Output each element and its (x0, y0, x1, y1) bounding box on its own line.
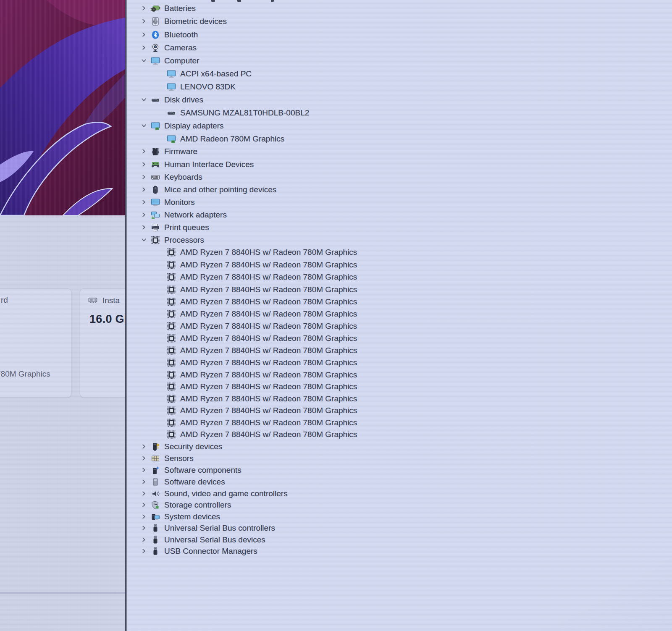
tree-item-amd-ryzen-7-8840hs-w-radeon-780m-graphics[interactable]: AMD Ryzen 7 8840HS w/ Radeon 780M Graphi… (126, 246, 672, 258)
tree-item-storage-controllers[interactable]: Storage controllers (126, 499, 672, 511)
disk-icon (166, 107, 177, 118)
cpu-icon (166, 417, 177, 428)
tree-item-amd-ryzen-7-8840hs-w-radeon-780m-graphics[interactable]: AMD Ryzen 7 8840HS w/ Radeon 780M Graphi… (126, 308, 672, 320)
tree-item-network-adapters[interactable]: Network adapters (126, 209, 672, 221)
chevron-right-icon[interactable] (139, 489, 148, 498)
tree-item-label: LENOVO 83DK (180, 82, 236, 92)
chevron-right-icon[interactable] (139, 160, 148, 169)
chevron-right-icon[interactable] (139, 210, 148, 220)
chevron-right-icon[interactable] (139, 43, 148, 52)
tree-item-label: AMD Ryzen 7 8840HS w/ Radeon 780M Graphi… (180, 382, 357, 391)
card-label-installed-ram: Insta (102, 296, 120, 305)
chevron-right-icon[interactable] (139, 4, 148, 13)
tree-item-amd-ryzen-7-8840hs-w-radeon-780m-graphics[interactable]: AMD Ryzen 7 8840HS w/ Radeon 780M Graphi… (126, 393, 672, 405)
cpu-icon (166, 309, 177, 319)
chevron-right-icon[interactable] (139, 535, 148, 545)
chevron-right-icon[interactable] (139, 466, 148, 475)
tree-item-mice-and-other-pointing-devices[interactable]: Mice and other pointing devices (126, 183, 672, 196)
tree-item-usb-connector-managers[interactable]: USB Connector Managers (126, 545, 672, 557)
cpu-icon (166, 393, 177, 404)
tree-item-label: Processors (164, 236, 204, 245)
tree-item-amd-ryzen-7-8840hs-w-radeon-780m-graphics[interactable]: AMD Ryzen 7 8840HS w/ Radeon 780M Graphi… (126, 283, 672, 296)
background-app-panel: rd 780M Graphics Insta 16.0 GB (0, 0, 125, 631)
chevron-right-icon[interactable] (139, 198, 148, 207)
chevron-down-icon[interactable] (139, 236, 148, 245)
display-adapter-icon (150, 120, 161, 131)
chevron-right-icon[interactable] (139, 442, 148, 451)
tree-item-label: Disk drives (164, 95, 203, 105)
chevron-right-icon[interactable] (139, 147, 148, 156)
cpu-icon (166, 357, 177, 368)
chevron-right-icon[interactable] (139, 524, 148, 533)
chevron-right-icon[interactable] (139, 454, 148, 463)
tree-item-keyboards[interactable]: Keyboards (126, 171, 672, 183)
tree-item-label: AMD Ryzen 7 8840HS w/ Radeon 780M Graphi… (180, 260, 357, 270)
sensors-icon (150, 453, 161, 464)
tree-item-label: AMD Ryzen 7 8840HS w/ Radeon 780M Graphi… (180, 272, 357, 282)
tree-item-software-components[interactable]: Software components (126, 464, 672, 476)
tree-item-amd-ryzen-7-8840hs-w-radeon-780m-graphics[interactable]: AMD Ryzen 7 8840HS w/ Radeon 780M Graphi… (126, 380, 672, 393)
chevron-down-icon[interactable] (139, 121, 148, 131)
tree-item-lenovo-83dk[interactable]: LENOVO 83DK (126, 81, 672, 93)
tree-item-amd-ryzen-7-8840hs-w-radeon-780m-graphics[interactable]: AMD Ryzen 7 8840HS w/ Radeon 780M Graphi… (126, 259, 672, 271)
chevron-right-icon[interactable] (139, 500, 148, 510)
info-card-graphics[interactable] (0, 288, 71, 398)
chevron-right-icon[interactable] (139, 30, 148, 39)
tree-item-computer[interactable]: Computer (126, 55, 672, 67)
computer-icon (166, 68, 177, 79)
tree-item-acpi-x64-based-pc[interactable]: ACPI x64-based PC (126, 68, 672, 80)
tree-item-biometric-devices[interactable]: Biometric devices (126, 15, 672, 27)
tree-item-amd-ryzen-7-8840hs-w-radeon-780m-graphics[interactable]: AMD Ryzen 7 8840HS w/ Radeon 780M Graphi… (126, 296, 672, 308)
disk-icon (150, 94, 161, 105)
tree-item-amd-radeon-780m-graphics[interactable]: AMD Radeon 780M Graphics (126, 133, 672, 145)
tree-item-amd-ryzen-7-8840hs-w-radeon-780m-graphics[interactable]: AMD Ryzen 7 8840HS w/ Radeon 780M Graphi… (126, 320, 672, 332)
tree-item-security-devices[interactable]: Security devices (126, 440, 672, 453)
chevron-down-icon[interactable] (139, 95, 148, 105)
tree-item-label: Network adapters (164, 210, 227, 220)
tree-item-human-interface-devices[interactable]: Human Interface Devices (126, 158, 672, 170)
tree-item-sound-video-and-game-controllers[interactable]: Sound, video and game controllers (126, 487, 672, 500)
tree-item-label: Universal Serial Bus controllers (164, 524, 275, 533)
cpu-icon (166, 272, 177, 283)
tree-item-amd-ryzen-7-8840hs-w-radeon-780m-graphics[interactable]: AMD Ryzen 7 8840HS w/ Radeon 780M Graphi… (126, 404, 672, 416)
tree-item-label: AMD Ryzen 7 8840HS w/ Radeon 780M Graphi… (180, 370, 357, 380)
tree-item-universal-serial-bus-controllers[interactable]: Universal Serial Bus controllers (126, 522, 672, 534)
tree-item-label: AMD Radeon 780M Graphics (180, 134, 284, 144)
fingerprint-icon (150, 16, 161, 27)
tree-item-bluetooth[interactable]: Bluetooth (126, 29, 672, 41)
card-value-fragment: 780M Graphics (0, 369, 50, 379)
tree-item-software-devices[interactable]: Software devices (126, 476, 672, 488)
tree-item-print-queues[interactable]: Print queues (126, 221, 672, 233)
network-icon (150, 209, 161, 220)
device-manager-window: BatteriesBiometric devicesBluetoothCamer… (125, 0, 672, 631)
tree-item-amd-ryzen-7-8840hs-w-radeon-780m-graphics[interactable]: AMD Ryzen 7 8840HS w/ Radeon 780M Graphi… (126, 369, 672, 381)
chevron-right-icon[interactable] (139, 477, 148, 487)
processor-icon (150, 235, 161, 246)
tree-item-amd-ryzen-7-8840hs-w-radeon-780m-graphics[interactable]: AMD Ryzen 7 8840HS w/ Radeon 780M Graphi… (126, 428, 672, 440)
tree-item-cameras[interactable]: Cameras (126, 42, 672, 54)
battery-icon (150, 3, 161, 14)
tree-item-amd-ryzen-7-8840hs-w-radeon-780m-graphics[interactable]: AMD Ryzen 7 8840HS w/ Radeon 780M Graphi… (126, 271, 672, 283)
chevron-down-icon[interactable] (139, 56, 148, 65)
tree-item-amd-ryzen-7-8840hs-w-radeon-780m-graphics[interactable]: AMD Ryzen 7 8840HS w/ Radeon 780M Graphi… (126, 344, 672, 356)
tree-item-disk-drives[interactable]: Disk drives (126, 94, 672, 106)
tree-item-processors[interactable]: Processors (126, 234, 672, 246)
tree-item-firmware[interactable]: Firmware (126, 145, 672, 157)
chevron-right-icon[interactable] (139, 547, 148, 556)
tree-item-label: SAMSUNG MZAL81T0HDLB-00BL2 (180, 108, 309, 118)
tree-item-amd-ryzen-7-8840hs-w-radeon-780m-graphics[interactable]: AMD Ryzen 7 8840HS w/ Radeon 780M Graphi… (126, 356, 672, 369)
chevron-right-icon[interactable] (139, 17, 148, 26)
tree-item-universal-serial-bus-devices[interactable]: Universal Serial Bus devices (126, 534, 672, 546)
chevron-right-icon[interactable] (139, 223, 148, 232)
chevron-right-icon[interactable] (139, 173, 148, 182)
tree-item-monitors[interactable]: Monitors (126, 196, 672, 208)
tree-item-amd-ryzen-7-8840hs-w-radeon-780m-graphics[interactable]: AMD Ryzen 7 8840HS w/ Radeon 780M Graphi… (126, 416, 672, 429)
tree-item-batteries[interactable]: Batteries (126, 2, 672, 14)
chevron-right-icon[interactable] (139, 512, 148, 521)
tree-item-amd-ryzen-7-8840hs-w-radeon-780m-graphics[interactable]: AMD Ryzen 7 8840HS w/ Radeon 780M Graphi… (126, 332, 672, 344)
tree-item-samsung-mzal81t0hdlb-00bl2[interactable]: SAMSUNG MZAL81T0HDLB-00BL2 (126, 107, 672, 119)
chevron-right-icon[interactable] (139, 185, 148, 194)
tree-item-sensors[interactable]: Sensors (126, 452, 672, 464)
tree-item-system-devices[interactable]: System devices (126, 511, 672, 523)
tree-item-display-adapters[interactable]: Display adapters (126, 120, 672, 132)
